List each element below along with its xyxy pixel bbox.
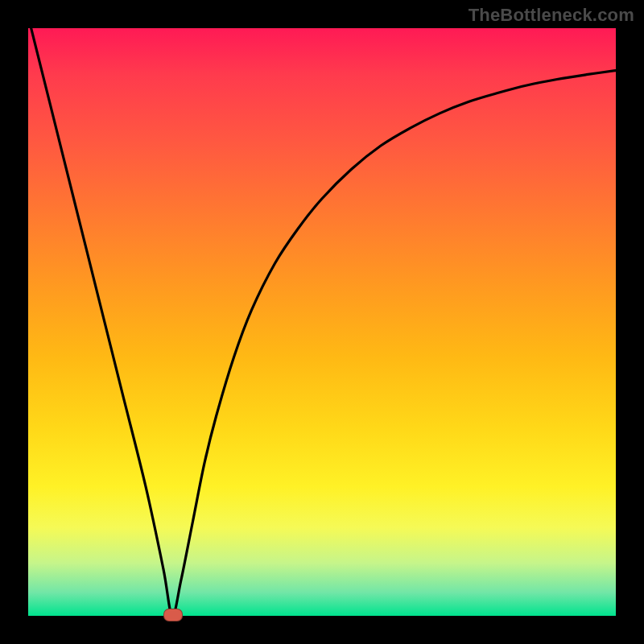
- optimal-point-marker: [163, 609, 183, 621]
- plot-area: [28, 28, 616, 616]
- bottleneck-curve: [28, 28, 616, 616]
- watermark-text: TheBottleneck.com: [469, 5, 634, 26]
- chart-frame: TheBottleneck.com: [0, 0, 644, 644]
